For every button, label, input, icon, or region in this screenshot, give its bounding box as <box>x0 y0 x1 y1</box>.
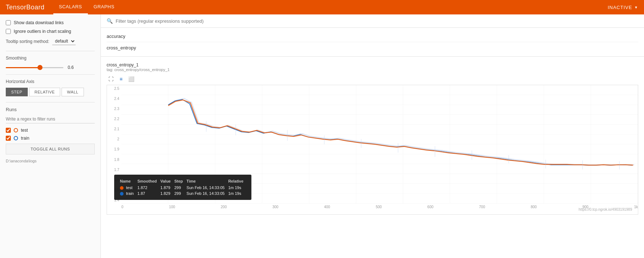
search-icon: 🔍 <box>107 18 113 24</box>
tooltip-train-smoothed: 1.87 <box>137 191 160 196</box>
main-content: 🔍 accuracy cross_entropy cross_entropy_1… <box>101 14 644 258</box>
tooltip-sorting-row: Tooltip sorting method: default <box>6 38 95 45</box>
smoothing-row: 0.6 <box>6 65 95 70</box>
tooltip-box: Name Smoothed Value Step Time Relative <box>114 175 251 200</box>
axis-btn-step[interactable]: STEP <box>6 88 28 96</box>
show-data-links-row: Show data download links <box>6 20 95 25</box>
header: TensorBoard SCALARS GRAPHS INACTIVE ▼ <box>0 0 644 14</box>
run-train-checkbox[interactable] <box>6 136 11 141</box>
chart-subtitle: tag: cross_entropy/cross_entropy_1 <box>107 67 638 72</box>
train-dot-icon <box>120 192 124 196</box>
tag-accuracy[interactable]: accuracy <box>107 31 638 42</box>
main-layout: Show data download links Ignore outliers… <box>0 14 644 258</box>
log-path: D:\anaconda\logs <box>6 159 95 163</box>
tooltip-table: Name Smoothed Value Step Time Relative <box>119 178 246 196</box>
tooltip-train-time: Sun Feb 16, 14:33:05 <box>186 191 228 196</box>
ignore-outliers-label: Ignore outliers in chart scaling <box>14 29 71 34</box>
chart-title: cross_entropy_1 <box>107 62 638 67</box>
axis-buttons: STEP RELATIVE WALL <box>6 88 95 96</box>
x-label-800: 800 <box>531 205 537 209</box>
x-label-1k: 1k <box>634 205 638 209</box>
smoothing-label: Smoothing <box>6 56 95 61</box>
sidebar: Show data download links Ignore outliers… <box>0 14 101 258</box>
y-label-2_4: 2.4 <box>114 97 119 101</box>
tooltip-sorting-select[interactable]: default <box>52 38 76 45</box>
tooltip-col-relative: Relative <box>228 178 246 185</box>
x-label-400: 400 <box>324 205 330 209</box>
download-icon[interactable]: ≡ <box>117 75 125 83</box>
y-label-1_8: 1.8 <box>114 158 119 162</box>
filter-bar: 🔍 <box>101 14 644 28</box>
divider-1 <box>6 51 95 51</box>
tooltip-test-relative: 1m 19s <box>228 185 246 191</box>
show-data-links-label: Show data download links <box>14 20 64 25</box>
x-label-300: 300 <box>272 205 278 209</box>
status-badge[interactable]: INACTIVE ▼ <box>608 5 638 10</box>
tooltip-col-smoothed: Smoothed <box>137 178 160 185</box>
y-label-2_1: 2.1 <box>114 127 119 131</box>
y-label-2_5: 2.5 <box>114 87 119 91</box>
chart-x-axis: 0 100 200 300 400 500 600 700 800 900 1k <box>121 204 638 214</box>
nav-scalars[interactable]: SCALARS <box>53 0 88 14</box>
horizontal-axis-label: Horizontal Axis <box>6 79 95 84</box>
x-label-500: 500 <box>376 205 382 209</box>
x-label-0: 0 <box>121 205 124 209</box>
tooltip-train-name: train <box>119 191 137 196</box>
header-nav: SCALARS GRAPHS <box>53 0 120 14</box>
divider-3 <box>6 102 95 102</box>
nav-graphs[interactable]: GRAPHS <box>88 0 120 14</box>
chart-container: 2.5 2.4 2.3 2.2 2.1 2 1.9 1.8 1.7 1.6 1.… <box>107 85 638 215</box>
tooltip-train-relative: 1m 19s <box>228 191 246 196</box>
dropdown-arrow-icon: ▼ <box>634 5 638 9</box>
y-label-2_2: 2.2 <box>114 117 119 121</box>
tooltip-train-step: 299 <box>174 191 186 196</box>
x-label-100: 100 <box>169 205 175 209</box>
y-label-2_0: 2 <box>117 137 119 141</box>
filter-input[interactable] <box>116 18 638 24</box>
x-label-700: 700 <box>479 205 485 209</box>
tooltip-row-test: test 1.872 1.879 299 Sun Feb 16, 14:33:0… <box>119 185 246 191</box>
run-train-color-circle <box>14 136 18 140</box>
tooltip-header-row: Name Smoothed Value Step Time Relative <box>119 178 246 185</box>
test-dot-icon <box>120 186 124 190</box>
axis-btn-relative[interactable]: RELATIVE <box>29 88 60 96</box>
y-label-1_7: 1.7 <box>114 168 119 172</box>
chart-section: cross_entropy_1 tag: cross_entropy/cross… <box>101 57 644 258</box>
tooltip-test-value: 1.879 <box>160 185 174 191</box>
tooltip-col-value: Value <box>160 178 174 185</box>
tooltip-train-value: 1.829 <box>160 191 174 196</box>
y-label-1_9: 1.9 <box>114 147 119 151</box>
run-train-name: train <box>21 136 29 141</box>
zoom-icon[interactable]: ⛶ <box>107 75 115 83</box>
divider-2 <box>6 74 95 75</box>
tooltip-test-name: test <box>119 185 137 191</box>
show-data-links-checkbox[interactable] <box>6 20 11 25</box>
tooltip-test-time: Sun Feb 16, 14:33:05 <box>186 185 228 191</box>
tooltip-test-smoothed: 1.872 <box>137 185 160 191</box>
y-label-2_3: 2.3 <box>114 107 119 111</box>
tooltip-col-time: Time <box>186 178 228 185</box>
run-test-checkbox[interactable] <box>6 128 11 133</box>
tag-cross-entropy[interactable]: cross_entropy <box>107 42 638 53</box>
tooltip-sorting-label: Tooltip sorting method: <box>6 39 49 44</box>
expand-icon[interactable]: ⬜ <box>127 75 135 83</box>
x-label-600: 600 <box>428 205 434 209</box>
url-hint: https://0.tcp.ngrok.io/4903191989 <box>579 207 632 211</box>
tooltip-row-train: train 1.87 1.829 299 Sun Feb 16, 14:33:0… <box>119 191 246 196</box>
run-test-color-circle <box>14 128 18 132</box>
header-right: INACTIVE ▼ <box>608 5 638 10</box>
toggle-all-runs-button[interactable]: TOGGLE ALL RUNS <box>6 144 95 154</box>
ignore-outliers-checkbox[interactable] <box>6 29 11 34</box>
smoothing-value: 0.6 <box>68 65 79 70</box>
tags-list: accuracy cross_entropy <box>101 28 644 57</box>
runs-filter-input[interactable] <box>6 115 95 123</box>
logo: TensorBoard <box>6 4 45 11</box>
run-row-test: test <box>6 128 95 133</box>
tooltip-col-step: Step <box>174 178 186 185</box>
runs-label: Runs <box>6 107 95 112</box>
ignore-outliers-row: Ignore outliers in chart scaling <box>6 29 95 34</box>
axis-btn-wall[interactable]: WALL <box>62 88 84 96</box>
x-label-200: 200 <box>221 205 227 209</box>
smoothing-slider[interactable] <box>6 67 63 68</box>
run-test-name: test <box>21 128 28 133</box>
